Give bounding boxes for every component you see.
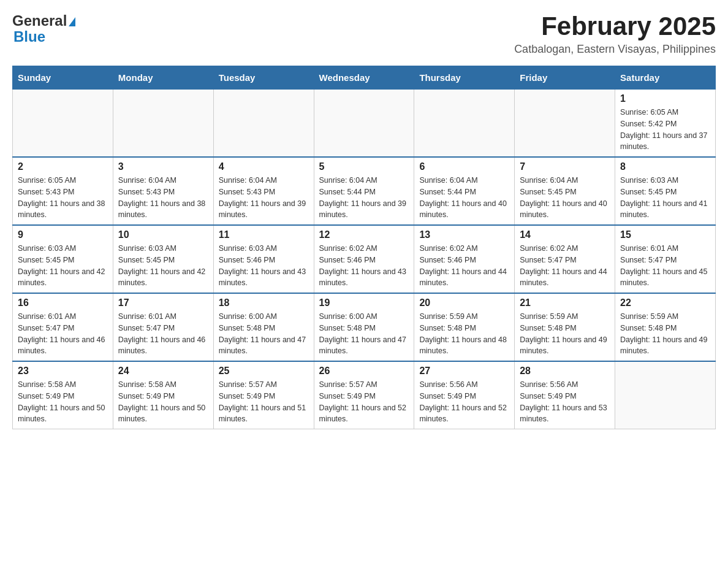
day-number-16: 16	[18, 297, 108, 308]
week-row-0: 1Sunrise: 6:05 AM Sunset: 5:42 PM Daylig…	[13, 90, 716, 158]
page-header: General Blue February 2025 Catbalogan, E…	[12, 12, 716, 56]
day-info-11: Sunrise: 6:03 AM Sunset: 5:46 PM Dayligh…	[219, 243, 309, 289]
day-info-6: Sunrise: 6:04 AM Sunset: 5:44 PM Dayligh…	[419, 175, 509, 221]
day-info-17: Sunrise: 6:01 AM Sunset: 5:47 PM Dayligh…	[118, 311, 208, 357]
header-wednesday: Wednesday	[314, 66, 414, 90]
day-info-19: Sunrise: 6:00 AM Sunset: 5:48 PM Dayligh…	[319, 311, 409, 357]
day-cell-w3-d1: 17Sunrise: 6:01 AM Sunset: 5:47 PM Dayli…	[113, 293, 213, 361]
day-number-26: 26	[319, 366, 409, 377]
day-info-5: Sunrise: 6:04 AM Sunset: 5:44 PM Dayligh…	[319, 175, 409, 221]
day-info-7: Sunrise: 6:04 AM Sunset: 5:45 PM Dayligh…	[520, 175, 610, 221]
day-cell-w1-d5: 7Sunrise: 6:04 AM Sunset: 5:45 PM Daylig…	[515, 157, 615, 225]
day-info-24: Sunrise: 5:58 AM Sunset: 5:49 PM Dayligh…	[118, 379, 208, 425]
header-tuesday: Tuesday	[213, 66, 314, 90]
day-number-13: 13	[419, 229, 509, 240]
day-number-22: 22	[620, 297, 710, 308]
day-info-12: Sunrise: 6:02 AM Sunset: 5:46 PM Dayligh…	[319, 243, 409, 289]
day-cell-w4-d3: 26Sunrise: 5:57 AM Sunset: 5:49 PM Dayli…	[314, 361, 414, 429]
day-info-8: Sunrise: 6:03 AM Sunset: 5:45 PM Dayligh…	[620, 175, 710, 221]
day-number-4: 4	[219, 161, 309, 172]
day-cell-w2-d2: 11Sunrise: 6:03 AM Sunset: 5:46 PM Dayli…	[213, 225, 314, 293]
day-cell-w1-d0: 2Sunrise: 6:05 AM Sunset: 5:43 PM Daylig…	[13, 157, 113, 225]
day-cell-w4-d5: 28Sunrise: 5:56 AM Sunset: 5:49 PM Dayli…	[515, 361, 615, 429]
day-number-24: 24	[118, 366, 208, 377]
day-number-12: 12	[319, 229, 409, 240]
day-cell-w3-d2: 18Sunrise: 6:00 AM Sunset: 5:48 PM Dayli…	[213, 293, 314, 361]
day-info-2: Sunrise: 6:05 AM Sunset: 5:43 PM Dayligh…	[18, 175, 108, 221]
day-cell-w0-d4	[414, 90, 515, 158]
day-cell-w2-d5: 14Sunrise: 6:02 AM Sunset: 5:47 PM Dayli…	[515, 225, 615, 293]
header-saturday: Saturday	[615, 66, 716, 90]
day-number-23: 23	[18, 366, 108, 377]
day-cell-w2-d0: 9Sunrise: 6:03 AM Sunset: 5:45 PM Daylig…	[13, 225, 113, 293]
day-info-4: Sunrise: 6:04 AM Sunset: 5:43 PM Dayligh…	[219, 175, 309, 221]
logo-blue-text: Blue	[13, 28, 45, 45]
day-info-16: Sunrise: 6:01 AM Sunset: 5:47 PM Dayligh…	[18, 311, 108, 357]
day-info-20: Sunrise: 5:59 AM Sunset: 5:48 PM Dayligh…	[419, 311, 509, 357]
calendar-table: SundayMondayTuesdayWednesdayThursdayFrid…	[12, 66, 716, 429]
day-cell-w1-d1: 3Sunrise: 6:04 AM Sunset: 5:43 PM Daylig…	[113, 157, 213, 225]
day-cell-w3-d0: 16Sunrise: 6:01 AM Sunset: 5:47 PM Dayli…	[13, 293, 113, 361]
calendar-header-row: SundayMondayTuesdayWednesdayThursdayFrid…	[13, 66, 716, 90]
week-row-4: 23Sunrise: 5:58 AM Sunset: 5:49 PM Dayli…	[13, 361, 716, 429]
day-cell-w3-d5: 21Sunrise: 5:59 AM Sunset: 5:48 PM Dayli…	[515, 293, 615, 361]
day-number-10: 10	[118, 229, 208, 240]
day-number-9: 9	[18, 229, 108, 240]
day-info-22: Sunrise: 5:59 AM Sunset: 5:48 PM Dayligh…	[620, 311, 710, 357]
location-subtitle: Catbalogan, Eastern Visayas, Philippines	[514, 43, 716, 56]
day-number-1: 1	[620, 93, 710, 104]
logo: General Blue	[12, 12, 75, 45]
day-number-14: 14	[520, 229, 610, 240]
week-row-3: 16Sunrise: 6:01 AM Sunset: 5:47 PM Dayli…	[13, 293, 716, 361]
header-thursday: Thursday	[414, 66, 515, 90]
logo-triangle-icon	[69, 17, 75, 26]
day-number-20: 20	[419, 297, 509, 308]
day-info-10: Sunrise: 6:03 AM Sunset: 5:45 PM Dayligh…	[118, 243, 208, 289]
day-info-27: Sunrise: 5:56 AM Sunset: 5:49 PM Dayligh…	[419, 379, 509, 425]
day-info-1: Sunrise: 6:05 AM Sunset: 5:42 PM Dayligh…	[620, 107, 710, 153]
day-info-14: Sunrise: 6:02 AM Sunset: 5:47 PM Dayligh…	[520, 243, 610, 289]
day-cell-w3-d6: 22Sunrise: 5:59 AM Sunset: 5:48 PM Dayli…	[615, 293, 716, 361]
day-cell-w3-d4: 20Sunrise: 5:59 AM Sunset: 5:48 PM Dayli…	[414, 293, 515, 361]
day-number-18: 18	[219, 297, 309, 308]
day-cell-w3-d3: 19Sunrise: 6:00 AM Sunset: 5:48 PM Dayli…	[314, 293, 414, 361]
day-cell-w0-d0	[13, 90, 113, 158]
day-cell-w2-d6: 15Sunrise: 6:01 AM Sunset: 5:47 PM Dayli…	[615, 225, 716, 293]
day-info-18: Sunrise: 6:00 AM Sunset: 5:48 PM Dayligh…	[219, 311, 309, 357]
day-cell-w1-d2: 4Sunrise: 6:04 AM Sunset: 5:43 PM Daylig…	[213, 157, 314, 225]
day-number-7: 7	[520, 161, 610, 172]
day-cell-w1-d3: 5Sunrise: 6:04 AM Sunset: 5:44 PM Daylig…	[314, 157, 414, 225]
day-number-27: 27	[419, 366, 509, 377]
month-title: February 2025	[514, 12, 716, 40]
day-cell-w1-d4: 6Sunrise: 6:04 AM Sunset: 5:44 PM Daylig…	[414, 157, 515, 225]
header-monday: Monday	[113, 66, 213, 90]
day-number-5: 5	[319, 161, 409, 172]
day-number-3: 3	[118, 161, 208, 172]
day-number-28: 28	[520, 366, 610, 377]
day-info-28: Sunrise: 5:56 AM Sunset: 5:49 PM Dayligh…	[520, 379, 610, 425]
day-cell-w4-d6	[615, 361, 716, 429]
day-cell-w0-d5	[515, 90, 615, 158]
day-cell-w0-d1	[113, 90, 213, 158]
day-info-9: Sunrise: 6:03 AM Sunset: 5:45 PM Dayligh…	[18, 243, 108, 289]
day-cell-w0-d6: 1Sunrise: 6:05 AM Sunset: 5:42 PM Daylig…	[615, 90, 716, 158]
day-cell-w2-d4: 13Sunrise: 6:02 AM Sunset: 5:46 PM Dayli…	[414, 225, 515, 293]
day-number-15: 15	[620, 229, 710, 240]
day-info-21: Sunrise: 5:59 AM Sunset: 5:48 PM Dayligh…	[520, 311, 610, 357]
day-number-11: 11	[219, 229, 309, 240]
day-cell-w4-d0: 23Sunrise: 5:58 AM Sunset: 5:49 PM Dayli…	[13, 361, 113, 429]
header-sunday: Sunday	[13, 66, 113, 90]
day-info-15: Sunrise: 6:01 AM Sunset: 5:47 PM Dayligh…	[620, 243, 710, 289]
day-number-25: 25	[219, 366, 309, 377]
day-info-13: Sunrise: 6:02 AM Sunset: 5:46 PM Dayligh…	[419, 243, 509, 289]
day-cell-w4-d2: 25Sunrise: 5:57 AM Sunset: 5:49 PM Dayli…	[213, 361, 314, 429]
day-info-23: Sunrise: 5:58 AM Sunset: 5:49 PM Dayligh…	[18, 379, 108, 425]
day-number-6: 6	[419, 161, 509, 172]
day-info-25: Sunrise: 5:57 AM Sunset: 5:49 PM Dayligh…	[219, 379, 309, 425]
day-number-21: 21	[520, 297, 610, 308]
day-cell-w1-d6: 8Sunrise: 6:03 AM Sunset: 5:45 PM Daylig…	[615, 157, 716, 225]
day-info-3: Sunrise: 6:04 AM Sunset: 5:43 PM Dayligh…	[118, 175, 208, 221]
day-cell-w2-d1: 10Sunrise: 6:03 AM Sunset: 5:45 PM Dayli…	[113, 225, 213, 293]
day-cell-w0-d3	[314, 90, 414, 158]
day-info-26: Sunrise: 5:57 AM Sunset: 5:49 PM Dayligh…	[319, 379, 409, 425]
